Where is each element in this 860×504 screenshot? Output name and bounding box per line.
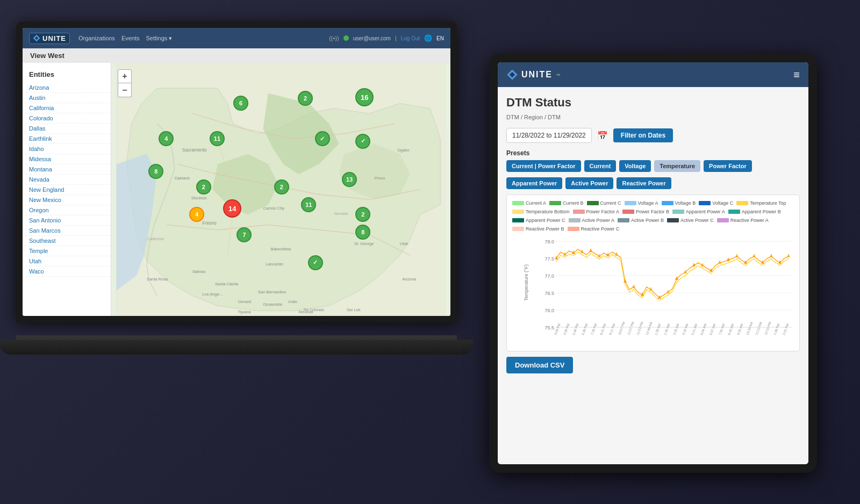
sidebar-item-southeast[interactable]: Southeast	[23, 236, 111, 246]
calendar-icon[interactable]: 📅	[597, 131, 608, 141]
sidebar-item-midessa[interactable]: Midessa	[23, 154, 111, 164]
svg-text:Nevada: Nevada	[334, 211, 348, 216]
legend-swatch-current-c	[587, 201, 599, 205]
svg-text:8:21 PM: 8:21 PM	[599, 323, 606, 335]
sidebar-item-temple[interactable]: Temple	[23, 246, 111, 256]
sidebar-item-new-england[interactable]: New England	[23, 185, 111, 195]
preset-active-power[interactable]: Active Power	[565, 177, 613, 189]
preset-reactive-power[interactable]: Reactive Power	[617, 177, 671, 189]
sidebar-item-nevada[interactable]: Nevada	[23, 175, 111, 185]
tablet-device: UNITE ™ ≡ DTM Status DTM / Region / DTM	[489, 54, 828, 484]
chart-container: Current A Current B Current C	[506, 195, 800, 351]
preset-temperature[interactable]: Temperature	[654, 160, 700, 172]
download-csv-button[interactable]: Download CSV	[506, 357, 573, 373]
legend-label-act-c: Active Power C	[680, 218, 714, 223]
laptop-hinge	[16, 335, 457, 340]
user-area: ((•)) user@user.com | Log Out 🌐 EN	[329, 34, 444, 42]
legend-swatch-current-a	[512, 201, 524, 205]
marker-5[interactable]: 2	[298, 91, 313, 106]
svg-text:5:49 PM: 5:49 PM	[572, 323, 579, 335]
marker-10[interactable]: 2	[274, 179, 289, 195]
legend-label-ap-c: Apparent Power C	[526, 218, 565, 223]
svg-text:Bakersfield: Bakersfield	[271, 247, 291, 251]
sidebar: Entities Arizona Austin California Color…	[23, 63, 111, 316]
svg-text:11:53 PM: 11:53 PM	[636, 321, 643, 335]
svg-text:Stockton: Stockton	[191, 196, 207, 200]
map-controls: + −	[118, 69, 132, 97]
legend-swatch-current-b	[549, 201, 561, 205]
sidebar-item-austin[interactable]: Austin	[23, 93, 111, 103]
sidebar-item-new-mexico[interactable]: New Mexico	[23, 195, 111, 205]
breadcrumb: DTM / Region / DTM	[506, 114, 800, 120]
sidebar-item-oregon[interactable]: Oregon	[23, 205, 111, 215]
svg-text:9:11 PM: 9:11 PM	[608, 323, 615, 335]
logout-button[interactable]: Log Out	[401, 35, 420, 41]
hamburger-menu-icon[interactable]: ≡	[793, 69, 800, 81]
svg-text:9:43 AM: 9:43 AM	[736, 323, 743, 336]
marker-12[interactable]: 11	[301, 197, 316, 212]
logo: UNITE	[29, 33, 70, 44]
sidebar-item-colorado[interactable]: Colorado	[23, 113, 111, 124]
sidebar-item-california[interactable]: California	[23, 103, 111, 113]
legend-swatch-react-b	[512, 227, 524, 231]
y-axis-label: Temperature (°F)	[524, 264, 529, 301]
filter-dates-button[interactable]: Filter on Dates	[613, 128, 673, 142]
preset-current[interactable]: Current	[584, 160, 617, 172]
date-range-input[interactable]: 11/28/2022 to 11/29/2022	[506, 128, 592, 143]
legend-label-current-b: Current B	[563, 200, 584, 206]
preset-current-power-factor[interactable]: Current | Power Factor	[506, 160, 581, 172]
laptop-base	[0, 340, 473, 355]
sidebar-item-san-marcos[interactable]: San Marcos	[23, 226, 111, 236]
svg-text:1:08 PM: 1:08 PM	[773, 323, 780, 335]
legend-swatch-voltage-c	[699, 201, 711, 205]
date-row: 11/28/2022 to 11/29/2022 📅 Filter on Dat…	[506, 128, 800, 143]
map-area: Sacramento Oakland Stockton Fresno Ogden…	[111, 63, 450, 316]
svg-text:77.0: 77.0	[544, 273, 554, 279]
laptop-app: UNITE Organizations Events Settings ▾ ((…	[23, 28, 450, 316]
legend-voltage-c: Voltage C	[699, 200, 733, 206]
sidebar-item-idaho[interactable]: Idaho	[23, 144, 111, 154]
zoom-out-button[interactable]: −	[118, 83, 132, 97]
breadcrumb-region[interactable]: Region	[524, 114, 543, 120]
sidebar-item-dallas[interactable]: Dallas	[23, 124, 111, 134]
nav-settings[interactable]: Settings ▾	[146, 35, 173, 42]
sidebar-item-waco[interactable]: Waco	[23, 267, 111, 277]
legend-swatch-react-a	[717, 218, 729, 222]
sidebar-item-arizona[interactable]: Arizona	[23, 83, 111, 93]
svg-text:5:11 AM: 5:11 AM	[691, 323, 698, 336]
svg-marker-67	[752, 254, 756, 257]
preset-power-factor[interactable]: Power Factor	[704, 160, 752, 172]
sidebar-item-montana[interactable]: Montana	[23, 164, 111, 175]
marker-8[interactable]: ✓	[355, 134, 370, 149]
preset-voltage[interactable]: Voltage	[619, 160, 651, 172]
legend-swatch-temp-bottom	[512, 210, 524, 214]
sidebar-item-utah[interactable]: Utah	[23, 256, 111, 267]
svg-text:6:57 AM: 6:57 AM	[709, 323, 716, 336]
legend-temp-bottom: Temperature Bottom	[512, 209, 570, 214]
svg-text:2:35 AM: 2:35 AM	[663, 323, 670, 336]
marker-18[interactable]: ✓	[308, 255, 323, 270]
sidebar-item-earthlink[interactable]: Earthlink	[23, 134, 111, 144]
svg-text:4:18 AM: 4:18 AM	[682, 323, 689, 336]
language-selector[interactable]: EN	[436, 35, 444, 41]
sidebar-title: Entities	[23, 68, 111, 83]
zoom-in-button[interactable]: +	[118, 69, 132, 83]
marker-9[interactable]: 2	[196, 179, 211, 195]
breadcrumb-dtm[interactable]: DTM	[506, 114, 519, 120]
breadcrumb-dtm2: DTM	[548, 114, 561, 120]
preset-apparent-power[interactable]: Apparent Power	[506, 177, 562, 189]
nav-organizations[interactable]: Organizations	[78, 35, 115, 42]
legend-voltage-a: Voltage A	[625, 200, 658, 206]
svg-text:Fresno: Fresno	[202, 220, 217, 226]
legend-label-react-c: Reactive Power C	[581, 226, 620, 232]
marker-11[interactable]: 13	[342, 172, 357, 187]
nav-events[interactable]: Events	[121, 35, 140, 42]
tablet-content: DTM Status DTM / Region / DTM 11/28/2022…	[498, 87, 808, 464]
svg-marker-69	[770, 254, 773, 257]
marker-2[interactable]: 11	[210, 131, 225, 146]
sidebar-item-san-antonio[interactable]: San Antonio	[23, 215, 111, 226]
legend-swatch-ap-b	[728, 210, 740, 214]
marker-7[interactable]: ✓	[315, 131, 330, 146]
presets-label: Presets	[506, 149, 800, 157]
svg-text:Rio Colorado: Rio Colorado	[304, 308, 325, 312]
